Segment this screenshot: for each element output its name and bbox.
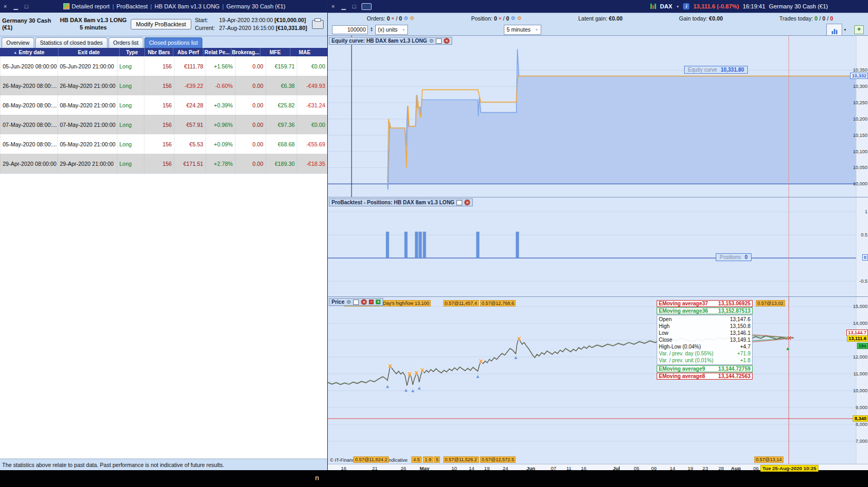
column-header[interactable]: Brokerag... [231, 48, 260, 56]
detach-icon[interactable] [436, 38, 442, 44]
table-cell: 156 [144, 95, 174, 115]
table-row[interactable]: 07-May-2020 08:00:...07-May-2020 21:00:0… [0, 115, 327, 134]
timeframe-select[interactable]: 5 minutes▼ [504, 25, 541, 35]
column-header[interactable]: MFE [260, 48, 290, 56]
positions-axis[interactable]: 10.50-0.50 [856, 197, 868, 296]
column-header[interactable]: ▲Entry date [0, 48, 58, 56]
detach-icon[interactable] [353, 300, 359, 305]
table-cell: +1.56% [206, 56, 235, 76]
column-header[interactable]: MAE [290, 48, 319, 56]
keyboard-icon[interactable] [362, 3, 372, 10]
instrument-label[interactable]: DAX [660, 3, 672, 9]
tab-statistics[interactable]: Statistics of closed trades [35, 37, 108, 48]
positions-title-text: ProBacktest - Positions: HB DAX 8am v1.3… [331, 200, 454, 205]
table-cell: +0.39% [206, 95, 235, 115]
position-settings-icon[interactable]: ⚙ [511, 16, 515, 21]
chart-controls: 100000 ▲▼ (x) units▼ 5 minutes▼ ▼ ✦ [328, 24, 868, 35]
table-cell: €159.71 [266, 56, 297, 76]
table-row[interactable]: 08-May-2020 08:00:...08-May-2020 21:00:0… [0, 95, 327, 115]
axis-tick-label: 1 [865, 209, 867, 214]
table-cell: 29-Apr-2020 08:00:00 [0, 154, 57, 173]
trading-infobar: Orders: 0 × / 0 ⚙⚙ Position: 0 × / 0 ⚙⚙ … [328, 13, 868, 24]
info-icon[interactable]: i [683, 3, 689, 9]
table-row[interactable]: 26-May-2020 08:00:...26-May-2020 21:00:0… [0, 76, 327, 95]
trade-entry-marker: ▲ [475, 373, 481, 379]
axis-current-value: 0 [862, 254, 868, 261]
equity-panel: Equity curve: HB DAX 8am v1.3 LONG ⚙ × E… [328, 35, 868, 197]
table-cell: -€49.93 [297, 76, 327, 95]
table-cell: Long [117, 134, 144, 154]
quantity-input[interactable]: 100000 [332, 25, 368, 34]
buy-icon[interactable]: + [376, 300, 381, 304]
maximize-button[interactable]: □ [349, 3, 359, 9]
column-header[interactable]: Relat Pe... [203, 48, 231, 56]
column-header[interactable]: Nbr Bars [144, 48, 173, 56]
position-settings2-icon[interactable]: ⚙ [517, 16, 522, 21]
ema8-name: EMoving average8 [659, 373, 705, 379]
trade-entry-marker: ▲ [403, 387, 408, 393]
detach-icon[interactable] [456, 200, 462, 205]
sell-icon[interactable]: − [369, 300, 374, 304]
minimize-button[interactable]: ▁ [338, 3, 349, 10]
main-row: × ▁ □ Detailed report | ProBacktest | HB… [0, 0, 868, 470]
table-cell: Long [117, 95, 144, 115]
tab-closed-positions[interactable]: Closed positions list [144, 37, 203, 48]
taskbar[interactable]: n [0, 470, 868, 487]
indicator-icon[interactable]: ✦ [854, 25, 864, 34]
chart-type-button[interactable] [826, 24, 842, 36]
orders-label: Orders: [367, 15, 385, 22]
pipe-separator: | [112, 3, 114, 9]
table-row[interactable]: 05-Jun-2020 08:00:0005-Jun-2020 21:00:00… [0, 56, 327, 76]
table-cell: 26-May-2020 21:00:00 [57, 76, 117, 95]
table-row[interactable]: 29-Apr-2020 08:00:0029-Apr-2020 21:00:00… [0, 154, 327, 173]
orders-settings-icon[interactable]: ⚙ [404, 16, 408, 21]
close-icon[interactable]: × [464, 200, 470, 205]
cancel-orders-icon[interactable]: × [392, 16, 394, 21]
table-cell: €0.00 [297, 56, 327, 76]
chevron-down-icon[interactable]: ▼ [843, 28, 847, 32]
close-icon[interactable]: × [361, 299, 367, 305]
order-price-label: 0.57@12,768.6 [480, 300, 516, 306]
trades-today: Trades today: 0 / 0 / 0 [779, 15, 833, 22]
modify-probacktest-button[interactable]: Modify ProBacktest [131, 19, 191, 29]
column-header[interactable]: Exit date [58, 48, 119, 56]
tab-orders-list[interactable]: Orders list [109, 37, 143, 48]
orders-settings2-icon[interactable]: ⚙ [410, 16, 415, 21]
settings-icon[interactable]: ⚙ [429, 38, 434, 44]
print-icon[interactable] [312, 20, 324, 29]
table-cell: 156 [144, 115, 174, 134]
settings-icon[interactable]: ⚙ [346, 299, 351, 305]
table-cell: 156 [144, 76, 174, 95]
table-cell: 05-May-2020 08:00:... [0, 134, 57, 154]
axis-value-tag: 8,340 [853, 415, 868, 422]
close-icon[interactable]: × [444, 38, 450, 44]
quantity-stepper[interactable]: ▲▼ [370, 27, 373, 32]
ohlc-row: High-Low (0.04%)+4.7 [659, 343, 750, 350]
maximize-button[interactable]: □ [21, 3, 32, 9]
minimize-button[interactable]: ▁ [11, 3, 21, 10]
current-buy-marker: ▲ [785, 345, 791, 351]
column-header[interactable]: Type [119, 48, 144, 56]
chevron-down-icon[interactable]: ▼ [676, 5, 680, 8]
equity-plot[interactable]: Equity curve: HB DAX 8am v1.3 LONG ⚙ × E… [328, 36, 856, 197]
ohlc-value: 13,149.1 [730, 336, 750, 343]
unit-select[interactable]: (x) units▼ [375, 25, 408, 35]
table-cell: +2.78% [206, 154, 235, 173]
titlebar-segment: HB DAX 8am v1.3 LONG [154, 3, 220, 9]
tab-overview[interactable]: Overview [2, 37, 34, 48]
chevron-down-icon: ▼ [535, 28, 539, 32]
table-row[interactable]: 05-May-2020 08:00:...05-May-2020 21:00:0… [0, 134, 327, 154]
positions-plot[interactable]: ProBacktest - Positions: HB DAX 8am v1.3… [328, 197, 856, 296]
close-button[interactable]: × [328, 3, 338, 9]
price-axis[interactable]: 15,00014,00013,00012,00011,00010,0009,00… [856, 297, 868, 464]
table-cell: 29-Apr-2020 21:00:00 [57, 154, 117, 173]
column-header[interactable]: Abs Perf [173, 48, 203, 56]
orders-value: 0 [387, 15, 390, 22]
axis-tick-label: 0.5 [861, 232, 867, 237]
table-cell: €0.00 [297, 115, 327, 134]
equity-axis[interactable]: 10,35010,30010,25010,20010,15010,10010,0… [856, 36, 868, 197]
close-position-icon[interactable]: × [499, 16, 501, 21]
price-plot[interactable]: Price ⚙ × − + EMoving average37 13,153.0… [328, 297, 856, 464]
close-button[interactable]: × [0, 3, 11, 9]
taskbar-text: n [315, 474, 319, 482]
